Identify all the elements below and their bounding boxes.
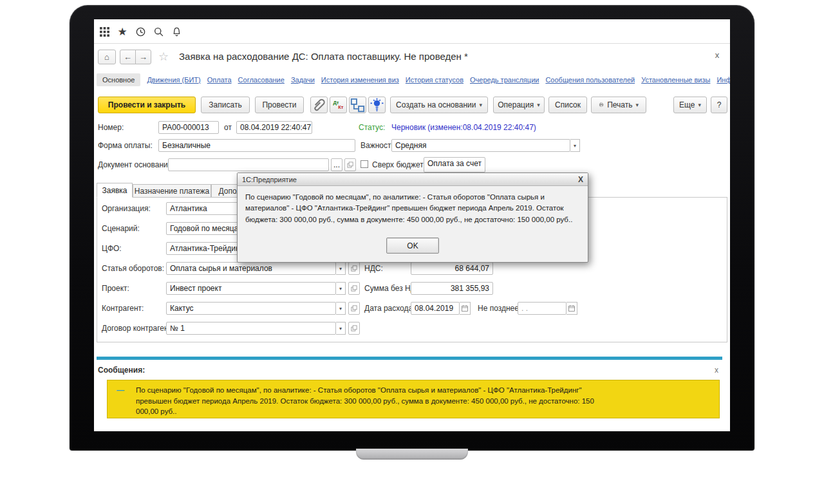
dialog-message: По сценарию "Годовой по месяцам", по ана… <box>238 186 588 225</box>
tab-ustanovlennye-vizy[interactable]: Установленные визы <box>641 76 710 84</box>
tab-oplata[interactable]: Оплата <box>207 76 232 84</box>
warning-message: — По сценарию "Годовой по месяцам", по а… <box>107 380 720 418</box>
window-close-button[interactable]: x <box>712 50 722 60</box>
not-later-input[interactable]: . . <box>518 302 566 315</box>
expense-date-label: Дата расхода: <box>364 304 415 313</box>
importance-dropdown-button[interactable]: ▾ <box>570 139 580 152</box>
warning-message-text: По сценарию "Годовой по месяцам", по ана… <box>136 385 599 418</box>
save-button[interactable]: Записать <box>201 97 250 113</box>
tab-istoriya-statusov[interactable]: История статусов <box>406 76 464 84</box>
laptop-shadow <box>17 472 807 489</box>
calendar-icon <box>568 304 576 312</box>
back-arrow-icon: ← <box>124 52 132 62</box>
dialog-close-button[interactable]: X <box>578 175 583 184</box>
create-based-on-button[interactable]: Создать на основании▾ <box>390 97 488 113</box>
scenario-label: Сценарий: <box>102 224 140 233</box>
attachments-button[interactable] <box>310 97 328 113</box>
turnover-item-open-button[interactable] <box>348 262 360 275</box>
turnover-item-input[interactable]: Оплата сырья и материалов <box>166 262 336 275</box>
importance-select[interactable]: Средняя <box>391 139 570 152</box>
not-later-label: Не позднее: <box>478 304 521 313</box>
apps-grid-icon[interactable] <box>98 25 111 38</box>
dialog-ok-button[interactable]: OK <box>386 238 439 254</box>
payment-source-button[interactable]: Оплата за счет <box>424 157 485 173</box>
vat-label: НДС: <box>364 264 383 273</box>
tab-naznachenie-platezha[interactable]: Назначение платежа <box>133 184 211 198</box>
datetime-input[interactable]: 08.04.2019 22:40:47 <box>236 121 312 134</box>
list-button[interactable]: Список <box>548 97 587 113</box>
budget-control-button[interactable] <box>368 97 386 113</box>
tab-soobshcheniya-polzovatelei[interactable]: Сообщения пользователей <box>545 76 635 84</box>
dialog-titlebar: 1С:Предприятие X <box>238 173 588 186</box>
favorite-outline-icon[interactable]: ☆ <box>158 50 169 64</box>
open-document-icon <box>350 324 358 332</box>
forward-button[interactable]: → <box>135 50 151 64</box>
counterparty-open-button[interactable] <box>348 302 360 315</box>
post-button[interactable]: Провести <box>255 97 304 113</box>
search-icon[interactable] <box>152 25 165 38</box>
favorites-star-icon[interactable]: ★ <box>116 25 129 38</box>
number-input[interactable]: РА00-000013 <box>158 121 219 134</box>
vat-input[interactable]: 68 644,07 <box>411 262 493 275</box>
back-button[interactable]: ← <box>120 50 136 64</box>
message-dash-icon: — <box>117 385 124 418</box>
dialog-title: 1С:Предприятие <box>242 176 297 183</box>
from-label: от <box>224 123 232 132</box>
sum-without-vat-input[interactable]: 381 355,93 <box>411 282 493 295</box>
open-document-icon <box>350 285 358 292</box>
laptop-mockup: ★ ⌂ ← → ☆ Заявка на расходование ДС: Опл… <box>0 0 824 504</box>
chevron-down-icon: ▾ <box>479 102 482 108</box>
base-doc-open-button[interactable] <box>344 158 356 171</box>
more-button[interactable]: Еще▾ <box>673 97 707 113</box>
home-icon: ⌂ <box>104 52 109 62</box>
post-and-close-button[interactable]: Провести и закрыть <box>98 97 196 113</box>
project-label: Проект: <box>102 284 129 293</box>
print-button[interactable]: Печать▾ <box>591 97 646 113</box>
cfo-label: ЦФО: <box>102 244 122 253</box>
tab-ochered-translyacii[interactable]: Очередь трансляции <box>470 76 539 84</box>
base-doc-label: Документ основание: <box>98 160 174 169</box>
tab-zayavka[interactable]: Заявка <box>97 183 133 198</box>
turnover-item-dropdown-button[interactable]: ▾ <box>336 262 346 275</box>
over-budget-checkbox[interactable] <box>360 160 368 168</box>
base-doc-select-button[interactable]: ... <box>331 158 342 171</box>
status-link[interactable]: Черновик (изменен:08.04.2019 22:40:47) <box>391 123 536 132</box>
tab-zadachi[interactable]: Задачи <box>291 76 315 84</box>
contract-dropdown-button[interactable]: ▾ <box>336 322 346 335</box>
calendar-icon <box>461 304 469 312</box>
project-dropdown-button[interactable]: ▾ <box>336 282 346 295</box>
tab-istoriya-izmeneniya-viz[interactable]: История изменения виз <box>321 76 399 84</box>
dt-kt-postings-button[interactable]: ДтКт <box>330 97 347 113</box>
counterparty-dropdown-button[interactable]: ▾ <box>336 302 346 315</box>
base-doc-input[interactable] <box>168 158 329 171</box>
operation-button[interactable]: Операция▾ <box>493 97 545 113</box>
number-label: Номер: <box>98 123 124 132</box>
page-title: Заявка на расходование ДС: Оплата постав… <box>179 51 468 62</box>
turnover-item-label: Статья оборотов: <box>102 264 164 273</box>
tab-osnovnoe[interactable]: Основное <box>97 73 140 86</box>
counterparty-input[interactable]: Кактус <box>166 302 336 315</box>
tab-dvizheniya-bit[interactable]: Движения (БИТ) <box>147 76 200 84</box>
tab-soglasovanie[interactable]: Согласование <box>238 76 285 84</box>
notifications-bell-icon[interactable] <box>170 25 183 38</box>
payment-form-input[interactable]: Безналичные <box>158 139 355 152</box>
contract-input[interactable]: № 1 <box>166 322 336 335</box>
messages-divider[interactable] <box>97 357 722 360</box>
home-button[interactable]: ⌂ <box>98 50 116 64</box>
over-budget-label: Сверх бюджета <box>372 160 427 169</box>
messages-close-button[interactable]: x <box>712 366 721 375</box>
project-input[interactable]: Инвест проект <box>166 282 336 295</box>
chevron-down-icon: ▾ <box>635 102 639 108</box>
history-clock-icon[interactable] <box>134 25 147 38</box>
laptop-notch <box>356 449 468 460</box>
expense-date-input[interactable]: 08.04.2019 <box>411 302 460 315</box>
expense-date-calendar-button[interactable] <box>460 302 471 315</box>
tab-informaciya[interactable]: Информация <box>716 76 730 84</box>
payment-form-label: Форма оплаты: <box>98 141 153 150</box>
help-button[interactable]: ? <box>711 97 727 113</box>
contract-open-button[interactable] <box>348 322 360 335</box>
related-documents-button[interactable] <box>349 97 366 113</box>
not-later-calendar-button[interactable] <box>566 302 577 315</box>
project-open-button[interactable] <box>348 282 360 295</box>
open-document-icon <box>346 161 354 169</box>
